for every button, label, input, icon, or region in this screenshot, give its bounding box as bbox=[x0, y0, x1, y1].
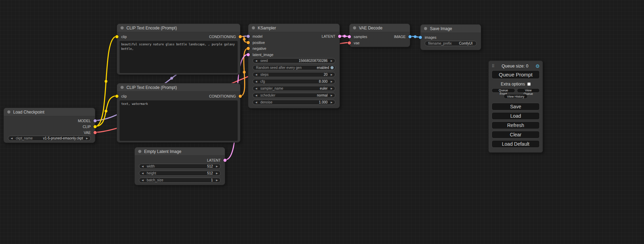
node-vae-decode[interactable]: VAE Decode samples IMAGE vae bbox=[349, 24, 410, 47]
collapse-icon[interactable] bbox=[121, 86, 124, 89]
increment-arrow-icon[interactable]: ▶ bbox=[216, 165, 218, 168]
decrement-arrow-icon[interactable]: ◀ bbox=[142, 179, 143, 181]
node-header[interactable]: Save Image bbox=[421, 25, 481, 33]
queue-controls-row: Queue Front View Queue bbox=[492, 88, 540, 93]
collapse-icon[interactable] bbox=[138, 150, 141, 153]
slot-dot-clip[interactable] bbox=[94, 125, 97, 128]
decrement-arrow-icon[interactable]: ◀ bbox=[142, 165, 143, 168]
collapse-icon[interactable] bbox=[7, 110, 10, 114]
node-empty-latent-image[interactable]: Empty Latent Image LATENT ◀ width 512 ▶ … bbox=[134, 147, 225, 185]
slot-row: clip CONDITIONING bbox=[117, 34, 240, 39]
toggle-knob-icon[interactable] bbox=[330, 66, 334, 69]
slot-dot-model-input[interactable] bbox=[247, 35, 250, 38]
increment-arrow-icon[interactable]: ▶ bbox=[86, 137, 88, 139]
node-header[interactable]: CLIP Text Encode (Prompt) bbox=[117, 83, 240, 92]
widget-ckpt-name[interactable]: ◀ ckpt_name v1-5-pruned-emaonly.ckpt ▶ bbox=[8, 136, 91, 141]
widget-label: Random seed after every gen bbox=[256, 66, 302, 70]
output-slot-clip: CLIP bbox=[4, 124, 95, 129]
widget-height[interactable]: ◀ height 512 ▶ bbox=[139, 171, 221, 176]
slot-dot-positive-input[interactable] bbox=[247, 41, 250, 44]
widget-label: ckpt_name bbox=[16, 136, 33, 140]
decrement-arrow-icon[interactable]: ◀ bbox=[255, 87, 257, 90]
node-ksampler[interactable]: KSampler model LATENT positive negative … bbox=[248, 24, 340, 108]
node-graph-canvas[interactable]: Load Checkpoint MODEL CLIP VAE ◀ ckpt_na… bbox=[0, 0, 644, 244]
widget-width[interactable]: ◀ width 512 ▶ bbox=[139, 164, 221, 169]
node-header[interactable]: Load Checkpoint bbox=[4, 108, 95, 116]
node-header[interactable]: CLIP Text Encode (Prompt) bbox=[117, 24, 240, 32]
node-save-image[interactable]: Save Image images filename_prefix ComfyU… bbox=[420, 24, 481, 50]
slot-label-clip-input: clip bbox=[121, 35, 127, 39]
node-load-checkpoint[interactable]: Load Checkpoint MODEL CLIP VAE ◀ ckpt_na… bbox=[3, 108, 95, 143]
decrement-arrow-icon[interactable]: ◀ bbox=[255, 80, 257, 83]
refresh-button[interactable]: Refresh bbox=[492, 121, 540, 129]
widget-scheduler[interactable]: ◀ scheduler normal ▶ bbox=[253, 93, 335, 98]
decrement-arrow-icon[interactable]: ◀ bbox=[11, 137, 12, 139]
slot-dot-images-input[interactable] bbox=[419, 36, 422, 39]
increment-arrow-icon[interactable]: ▶ bbox=[331, 101, 333, 103]
increment-arrow-icon[interactable]: ▶ bbox=[331, 73, 333, 76]
widget-sampler-name[interactable]: ◀ sampler_name euler ▶ bbox=[253, 86, 335, 91]
clear-button[interactable]: Clear bbox=[492, 131, 540, 138]
collapse-icon[interactable] bbox=[121, 26, 124, 29]
view-history-button[interactable]: View History bbox=[504, 94, 528, 99]
decrement-arrow-icon[interactable]: ◀ bbox=[255, 94, 257, 97]
slot-dot-clip-input[interactable] bbox=[115, 35, 118, 38]
slot-label-latent-image-input: latent_image bbox=[253, 53, 273, 57]
node-header[interactable]: KSampler bbox=[248, 24, 339, 32]
slot-dot-image-output[interactable] bbox=[408, 35, 412, 38]
widget-value: 8.000 bbox=[319, 80, 328, 83]
slot-dot-vae[interactable] bbox=[94, 131, 97, 134]
slot-dot-latent-image-input[interactable] bbox=[247, 53, 250, 56]
slot-label-vae: VAE bbox=[84, 130, 91, 135]
wire-conditioning-negative-midpoint-dot bbox=[243, 71, 246, 74]
settings-gear-icon[interactable]: ⚙ bbox=[535, 63, 540, 69]
collapse-icon[interactable] bbox=[353, 26, 356, 29]
extra-options-checkbox[interactable] bbox=[527, 82, 531, 86]
widget-random-seed-toggle[interactable]: Random seed after every gen enabled bbox=[253, 65, 335, 70]
slot-dot-latent-output[interactable] bbox=[338, 35, 341, 38]
node-clip-text-encode-positive[interactable]: CLIP Text Encode (Prompt) clip CONDITION… bbox=[117, 24, 240, 75]
increment-arrow-icon[interactable]: ▶ bbox=[331, 80, 333, 83]
slot-dot-conditioning[interactable] bbox=[239, 35, 242, 38]
slot-dot-clip-input[interactable] bbox=[115, 94, 118, 98]
increment-arrow-icon[interactable]: ▶ bbox=[216, 179, 218, 181]
queue-menu-panel[interactable]: ⠿ Queue size: 0 ⚙ Queue Prompt Extra opt… bbox=[488, 61, 543, 153]
decrement-arrow-icon[interactable]: ◀ bbox=[142, 172, 143, 174]
load-button[interactable]: Load bbox=[492, 112, 540, 120]
negative-prompt-textarea[interactable]: text, watermark bbox=[120, 100, 238, 141]
widget-batch-size[interactable]: ◀ batch_size 1 ▶ bbox=[139, 178, 221, 183]
decrement-arrow-icon[interactable]: ◀ bbox=[255, 60, 257, 62]
increment-arrow-icon[interactable]: ▶ bbox=[331, 60, 333, 62]
slot-dot-latent[interactable] bbox=[223, 159, 227, 162]
slot-dot-conditioning[interactable] bbox=[239, 94, 242, 98]
widget-denoise[interactable]: ◀ denoise 1.000 ▶ bbox=[253, 100, 335, 105]
wire-samples-midpoint-dot bbox=[343, 35, 346, 38]
increment-arrow-icon[interactable]: ▶ bbox=[216, 172, 218, 174]
widget-seed[interactable]: ◀ seed 156680208700286 ▶ bbox=[253, 58, 335, 63]
decrement-arrow-icon[interactable]: ◀ bbox=[255, 101, 257, 103]
save-button[interactable]: Save bbox=[492, 103, 540, 110]
node-clip-text-encode-negative[interactable]: CLIP Text Encode (Prompt) clip CONDITION… bbox=[117, 83, 240, 143]
node-header[interactable]: VAE Decode bbox=[350, 24, 410, 32]
node-header[interactable]: Empty Latent Image bbox=[135, 147, 225, 156]
widget-label: batch_size bbox=[147, 178, 163, 182]
slot-dot-model[interactable] bbox=[94, 119, 97, 122]
increment-arrow-icon[interactable]: ▶ bbox=[331, 87, 333, 90]
drag-handle-icon[interactable]: ⠿ bbox=[492, 64, 495, 69]
positive-prompt-textarea[interactable]: beautiful scenery nature glass bottle la… bbox=[120, 41, 238, 73]
view-queue-button[interactable]: View Queue bbox=[517, 88, 540, 93]
widget-cfg[interactable]: ◀ cfg 8.000 ▶ bbox=[253, 79, 335, 84]
queue-front-button[interactable]: Queue Front bbox=[492, 88, 515, 93]
slot-dot-vae-input[interactable] bbox=[348, 42, 351, 45]
increment-arrow-icon[interactable]: ▶ bbox=[331, 94, 333, 97]
widget-steps[interactable]: ◀ steps 20 ▶ bbox=[253, 72, 335, 77]
slot-label-conditioning: CONDITIONING bbox=[209, 94, 236, 98]
decrement-arrow-icon[interactable]: ◀ bbox=[255, 73, 257, 76]
load-default-button[interactable]: Load Default bbox=[492, 140, 540, 148]
collapse-icon[interactable] bbox=[252, 26, 255, 29]
collapse-icon[interactable] bbox=[424, 27, 427, 30]
slot-dot-negative-input[interactable] bbox=[247, 47, 250, 50]
queue-prompt-button[interactable]: Queue Prompt bbox=[492, 70, 540, 79]
slot-dot-samples-input[interactable] bbox=[348, 35, 351, 38]
widget-filename-prefix[interactable]: filename_prefix ComfyUI bbox=[425, 41, 477, 46]
